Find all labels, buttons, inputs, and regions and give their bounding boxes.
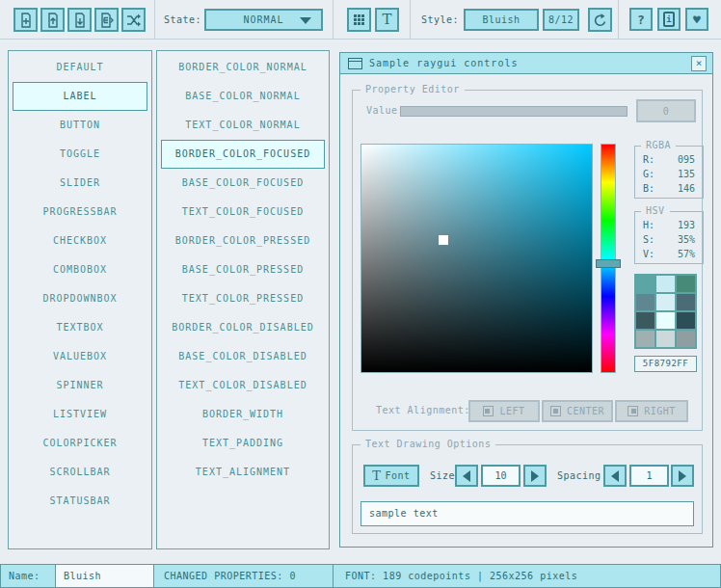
control-item-checkbox[interactable]: CHECKBOX [13,227,147,255]
rgba-row-g: G:135 [635,167,703,181]
sponsor-button[interactable]: ♥ [685,8,708,31]
statusbar-name-label: Name: [0,564,56,588]
size-increase-button[interactable] [523,465,547,487]
property-item-border_color_focused[interactable]: BORDER_COLOR_FOCUSED [161,140,325,169]
hex-value-textbox[interactable]: 5F8792FF [634,356,697,372]
hsv-label: HSV [641,205,670,216]
size-valuebox[interactable]: 10 [481,465,521,487]
style-name-textbox[interactable]: Bluish [55,564,154,588]
property-item-base_color_normal[interactable]: BASE_COLOR_NORMAL [161,82,325,111]
color-swatch[interactable] [636,312,654,329]
property-item-border_color_disabled[interactable]: BORDER_COLOR_DISABLED [161,313,325,342]
save-file-icon [72,13,88,28]
color-swatch[interactable] [677,312,695,329]
property-item-base_color_disabled[interactable]: BASE_COLOR_DISABLED [161,342,325,371]
save-file-button[interactable] [67,8,92,32]
align-left-label: LEFT [499,406,524,416]
property-item-border_color_pressed[interactable]: BORDER_COLOR_PRESSED [161,227,325,255]
hsv-row-s: S:35% [635,232,703,247]
spacing-increase-button[interactable] [671,465,694,487]
state-dropdown-value: NORMAL [243,14,283,25]
property-item-text_alignment[interactable]: TEXT_ALIGNMENT [161,458,325,487]
control-item-valuebox[interactable]: VALUEBOX [13,342,147,371]
property-item-text_color_disabled[interactable]: TEXT_COLOR_DISABLED [161,371,325,400]
spacing-valuebox[interactable]: 1 [629,465,669,487]
close-icon: × [696,57,703,69]
reload-style-button[interactable] [588,8,612,32]
size-decrease-button[interactable] [455,465,478,487]
rguistyler-app: State: NORMAL T Style: Bluish 8/12 ? i [0,0,721,588]
controls-listview: DEFAULTLABELBUTTONTOGGLESLIDERPROGRESSBA… [8,50,152,549]
text-drawing-options-group: Text Drawing Options T Font Size: 10 Spa… [352,444,703,534]
property-item-text_color_normal[interactable]: TEXT_COLOR_NORMAL [161,111,325,140]
color-swatch[interactable] [656,331,675,347]
property-item-text_padding[interactable]: TEXT_PADDING [161,429,325,458]
help-button[interactable]: ? [629,8,653,31]
control-item-toggle[interactable]: TOGGLE [13,140,147,169]
property-item-base_color_focused[interactable]: BASE_COLOR_FOCUSED [161,169,325,198]
about-button[interactable]: i [657,8,681,31]
window-icon [348,58,362,69]
style-name-button[interactable]: Bluish [464,9,539,31]
toolbar: State: NORMAL T Style: Bluish 8/12 ? i [0,0,721,40]
control-item-spinner[interactable]: SPINNER [13,371,147,400]
new-file-button[interactable] [13,8,38,32]
chevron-down-icon [300,17,311,24]
color-picker-panel[interactable] [360,144,593,373]
color-swatch[interactable] [677,294,695,310]
info-icon: i [663,12,675,27]
color-swatch[interactable] [677,331,695,347]
color-swatch[interactable] [656,294,675,310]
arrow-right-icon [531,470,539,482]
property-item-border_color_normal[interactable]: BORDER_COLOR_NORMAL [161,53,325,82]
align-left-button[interactable]: LEFT [468,400,540,422]
color-swatch[interactable] [677,276,695,292]
control-item-progressbar[interactable]: PROGRESSBAR [13,198,147,227]
color-swatch[interactable] [636,331,654,347]
style-table-button[interactable] [347,8,371,32]
control-item-statusbar[interactable]: STATUSBAR [13,487,147,516]
toolbar-separator [154,0,155,39]
color-swatch[interactable] [636,294,654,310]
align-center-button[interactable]: CENTER [542,400,613,422]
color-picker-cursor[interactable] [439,235,448,245]
spacing-decrease-button[interactable] [603,465,627,487]
close-button[interactable]: × [691,56,707,71]
control-item-combobox[interactable]: COMBOBOX [13,255,147,284]
property-item-text_color_pressed[interactable]: TEXT_COLOR_PRESSED [161,284,325,313]
sample-controls-window: Sample raygui controls × Property Editor… [339,52,713,548]
font-button[interactable]: T Font [363,465,419,487]
color-swatch[interactable] [636,276,654,292]
random-style-button[interactable] [121,8,146,32]
control-item-slider[interactable]: SLIDER [13,169,147,198]
color-swatch[interactable] [656,312,675,329]
property-editor-group: Property Editor Value: 0 RGBA R:095 G:13… [352,90,703,431]
control-item-button[interactable]: BUTTON [13,111,147,140]
control-item-label[interactable]: LABEL [13,82,147,111]
style-progress-button[interactable]: 8/12 [543,9,579,31]
reload-icon [593,13,608,28]
property-item-border_width[interactable]: BORDER_WIDTH [161,400,325,429]
control-item-textbox[interactable]: TEXTBOX [13,313,147,342]
align-right-button[interactable]: RIGHT [615,400,688,422]
sample-text-textbox[interactable]: sample text [360,501,694,526]
control-item-colorpicker[interactable]: COLORPICKER [13,429,147,458]
value-button[interactable]: 0 [636,99,696,122]
control-item-scrollbar[interactable]: SCROLLBAR [13,458,147,487]
value-slider[interactable] [400,106,628,117]
hue-slider-handle[interactable] [596,259,621,268]
open-file-button[interactable] [40,8,65,32]
hue-bar[interactable] [601,144,616,373]
window-titlebar[interactable]: Sample raygui controls × [340,53,712,74]
text-drawing-options-label: Text Drawing Options [360,439,495,449]
font-atlas-button[interactable]: T [375,8,399,32]
arrow-right-icon [679,470,686,482]
control-item-dropdownbox[interactable]: DROPDOWNBOX [13,284,147,313]
property-item-text_color_focused[interactable]: TEXT_COLOR_FOCUSED [161,198,325,227]
property-item-base_color_pressed[interactable]: BASE_COLOR_PRESSED [161,255,325,284]
control-item-default[interactable]: DEFAULT [13,53,147,82]
export-file-button[interactable] [94,8,119,32]
color-swatch[interactable] [656,276,675,292]
state-dropdown[interactable]: NORMAL [204,9,323,31]
control-item-listview[interactable]: LISTVIEW [13,400,147,429]
